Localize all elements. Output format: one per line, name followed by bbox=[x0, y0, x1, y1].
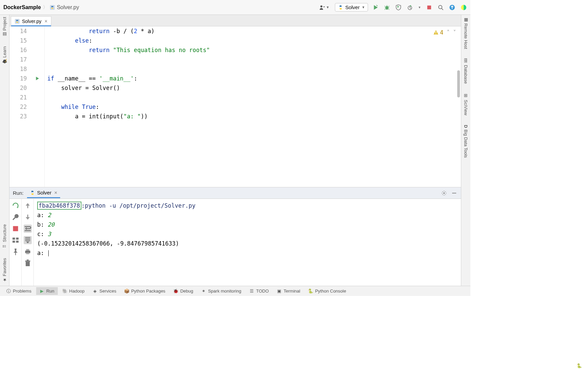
down-arrow-icon[interactable] bbox=[24, 213, 32, 221]
chevron-down-icon[interactable]: ˅ bbox=[453, 29, 456, 36]
run-tool-window: Run: Solver ✕ bbox=[9, 187, 461, 286]
run-button[interactable] bbox=[372, 4, 379, 11]
print-icon[interactable] bbox=[24, 248, 32, 256]
profile-button[interactable] bbox=[407, 4, 413, 11]
close-icon[interactable]: ✕ bbox=[44, 19, 48, 24]
editor-tab-bar: Solver.py ✕ bbox=[9, 15, 461, 26]
svg-rect-12 bbox=[13, 226, 18, 231]
tool-window-sciview[interactable]: ⊞ SciView bbox=[463, 93, 468, 115]
bottom-item-label: Hadoop bbox=[69, 288, 85, 294]
tool-window-run[interactable]: ▶ Run bbox=[36, 287, 58, 295]
package-icon: 📦 bbox=[124, 289, 129, 294]
folder-icon: ▤ bbox=[2, 32, 7, 37]
run-tab[interactable]: Solver ✕ bbox=[27, 188, 60, 198]
gutter-icons bbox=[30, 26, 44, 187]
server-icon: ▦ bbox=[464, 17, 468, 22]
close-icon[interactable]: ✕ bbox=[54, 190, 57, 195]
play-icon: ▶ bbox=[40, 289, 44, 294]
run-line-icon[interactable] bbox=[30, 74, 44, 83]
python-icon bbox=[30, 190, 35, 195]
stop-button[interactable] bbox=[11, 225, 20, 233]
ide-logo-icon[interactable] bbox=[460, 4, 467, 11]
breadcrumb-separator-icon: 〉 bbox=[43, 4, 48, 10]
tool-window-label: Project bbox=[2, 17, 7, 30]
svg-point-5 bbox=[439, 5, 442, 8]
svg-point-2 bbox=[386, 6, 389, 9]
run-config-selector[interactable]: Solver ▼ bbox=[335, 3, 368, 11]
rerun-button[interactable] bbox=[11, 202, 20, 210]
sync-button[interactable] bbox=[449, 4, 456, 11]
tool-window-services[interactable]: ◈ Services bbox=[89, 287, 120, 295]
soft-wrap-icon[interactable] bbox=[24, 225, 32, 233]
tool-window-label: Database bbox=[463, 65, 468, 84]
trash-icon[interactable] bbox=[24, 259, 32, 267]
big-data-prefix: D bbox=[463, 125, 468, 128]
tool-window-favorites[interactable]: ★ Favorites bbox=[2, 258, 7, 282]
tool-window-big-data[interactable]: D Big Data Tools bbox=[463, 125, 468, 158]
coverage-button[interactable] bbox=[395, 4, 402, 11]
tool-window-todo[interactable]: ☰ TODO bbox=[246, 287, 272, 295]
breadcrumb-file-label: Solver.py bbox=[57, 4, 79, 10]
warnings-indicator[interactable]: 4 bbox=[433, 29, 443, 36]
breadcrumb-project[interactable]: DockerSample bbox=[3, 4, 41, 10]
svg-rect-24 bbox=[25, 261, 30, 262]
svg-rect-7 bbox=[15, 19, 20, 24]
tool-window-database[interactable]: 🗄 Database bbox=[463, 59, 468, 84]
bottom-item-label: Problems bbox=[13, 288, 31, 294]
run-toolbar-column-2 bbox=[22, 199, 34, 286]
layout-icon[interactable] bbox=[11, 236, 20, 244]
code-editor[interactable]: 14151617181920212223 return -b / (2 * a)… bbox=[9, 26, 461, 187]
tool-window-label: Structure bbox=[2, 224, 7, 242]
tool-window-python-console[interactable]: 🐍 Python Console bbox=[305, 287, 349, 295]
svg-point-10 bbox=[443, 192, 445, 193]
stop-button[interactable] bbox=[426, 4, 433, 11]
tool-window-hadoop[interactable]: 🐘 Hadoop bbox=[59, 287, 88, 295]
list-icon: ☰ bbox=[249, 289, 254, 294]
line-numbers: 14151617181920212223 bbox=[9, 26, 30, 187]
bottom-item-label: Debug bbox=[180, 288, 193, 294]
tool-window-project[interactable]: ▤ Project bbox=[2, 17, 7, 37]
gear-icon[interactable] bbox=[441, 190, 447, 196]
tool-window-structure[interactable]: ⠿ Structure bbox=[2, 224, 7, 249]
search-everywhere-button[interactable] bbox=[437, 4, 444, 11]
code-content[interactable]: return -b / (2 * a) else: return "This e… bbox=[45, 26, 461, 187]
structure-icon: ⠿ bbox=[2, 244, 7, 249]
chevron-down-icon[interactable]: ▼ bbox=[418, 6, 421, 9]
svg-rect-21 bbox=[26, 249, 29, 251]
editor-gutter: 14151617181920212223 bbox=[9, 26, 45, 187]
tool-window-learn[interactable]: 🎓 Learn bbox=[2, 46, 7, 64]
python-file-icon bbox=[15, 19, 20, 24]
tool-window-debug[interactable]: 🐞 Debug bbox=[170, 287, 196, 295]
wrench-icon[interactable] bbox=[11, 213, 20, 221]
svg-point-1 bbox=[320, 5, 322, 7]
bottom-item-label: Spark monitoring bbox=[208, 288, 241, 294]
bug-icon: 🐞 bbox=[173, 289, 178, 294]
svg-rect-22 bbox=[26, 253, 29, 254]
minimize-icon[interactable] bbox=[451, 190, 458, 196]
left-tool-strip: ▤ Project 🎓 Learn ⠿ Structure ★ Favorite… bbox=[0, 15, 9, 286]
tool-window-terminal[interactable]: ▣ Terminal bbox=[273, 287, 303, 295]
chevron-up-icon[interactable]: ˄ bbox=[447, 29, 450, 36]
run-panel-title: Run: bbox=[13, 190, 24, 196]
tool-window-spark[interactable]: ✶ Spark monitoring bbox=[198, 287, 245, 295]
chevron-down-icon: ▼ bbox=[326, 5, 329, 9]
svg-rect-0 bbox=[50, 5, 55, 10]
editor-tab[interactable]: Solver.py ✕ bbox=[11, 16, 51, 26]
console-output[interactable]: fba2b468f378:python -u /opt/project/Solv… bbox=[34, 199, 461, 286]
hadoop-icon: 🐘 bbox=[63, 289, 67, 294]
scrollbar-thumb[interactable] bbox=[457, 70, 460, 97]
debug-button[interactable] bbox=[384, 4, 390, 11]
svg-rect-9 bbox=[436, 33, 436, 34]
svg-rect-16 bbox=[16, 241, 19, 243]
user-menu-button[interactable]: ▼ bbox=[319, 5, 329, 10]
up-arrow-icon[interactable] bbox=[24, 202, 32, 210]
bottom-item-label: Services bbox=[99, 288, 116, 294]
breadcrumb-file[interactable]: Solver.py bbox=[50, 4, 79, 10]
tool-window-python-packages[interactable]: 📦 Python Packages bbox=[121, 287, 169, 295]
tool-window-label: Learn bbox=[2, 46, 7, 57]
tool-window-problems[interactable]: ⓘ Problems bbox=[3, 287, 35, 295]
scroll-to-end-icon[interactable] bbox=[24, 236, 32, 244]
svg-rect-18 bbox=[27, 206, 28, 208]
pin-icon[interactable] bbox=[11, 248, 20, 256]
tool-window-remote-host[interactable]: ▦ Remote Host bbox=[463, 17, 468, 49]
